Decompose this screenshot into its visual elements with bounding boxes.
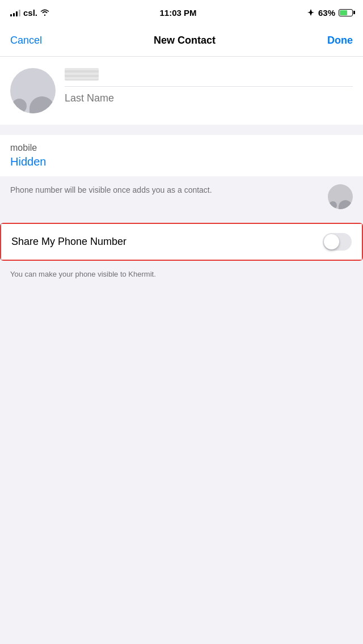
info-section: Phone number will be visible once adds y… — [0, 176, 363, 217]
phone-value: Hidden — [10, 155, 353, 168]
share-phone-toggle[interactable] — [323, 233, 352, 251]
bottom-fill — [0, 286, 363, 485]
battery-percent-label: 63% — [318, 8, 335, 18]
phone-label: mobile — [10, 143, 353, 153]
toggle-knob — [324, 234, 339, 249]
status-left: csl. — [10, 8, 49, 18]
share-phone-label: Share My Phone Number — [11, 236, 126, 248]
status-bar: csl. 11:03 PM 63% — [0, 0, 363, 25]
info-avatar-body — [339, 200, 352, 209]
carrier-label: csl. — [23, 8, 37, 18]
info-avatar-head — [329, 201, 337, 209]
contact-form — [0, 57, 363, 125]
avatar-head — [12, 99, 27, 113]
contact-avatar-small — [328, 184, 353, 209]
share-phone-toggle-wrapper: Share My Phone Number — [0, 223, 363, 261]
phone-visibility-info: Phone number will be visible once adds y… — [10, 184, 321, 196]
avatar[interactable] — [10, 68, 56, 113]
page-title: New Contact — [154, 35, 216, 46]
status-right: 63% — [307, 8, 353, 18]
first-name-value — [65, 68, 99, 80]
battery-icon — [339, 9, 353, 16]
cancel-button[interactable]: Cancel — [10, 35, 42, 46]
share-phone-caption: You can make your phone visible to Kherm… — [0, 266, 363, 286]
wifi-icon — [40, 9, 49, 16]
done-button[interactable]: Done — [327, 35, 353, 46]
signal-bars-icon — [10, 9, 20, 16]
first-name-row — [65, 68, 353, 87]
last-name-input[interactable] — [65, 92, 353, 104]
name-fields — [65, 68, 353, 104]
nav-bar: Cancel New Contact Done — [0, 25, 363, 57]
avatar-body — [29, 96, 54, 113]
phone-section: mobile Hidden — [0, 135, 363, 176]
section-gap-1 — [0, 125, 363, 135]
status-time: 11:03 PM — [159, 8, 196, 18]
share-phone-toggle-row: Share My Phone Number — [1, 224, 362, 260]
location-icon — [307, 9, 315, 16]
